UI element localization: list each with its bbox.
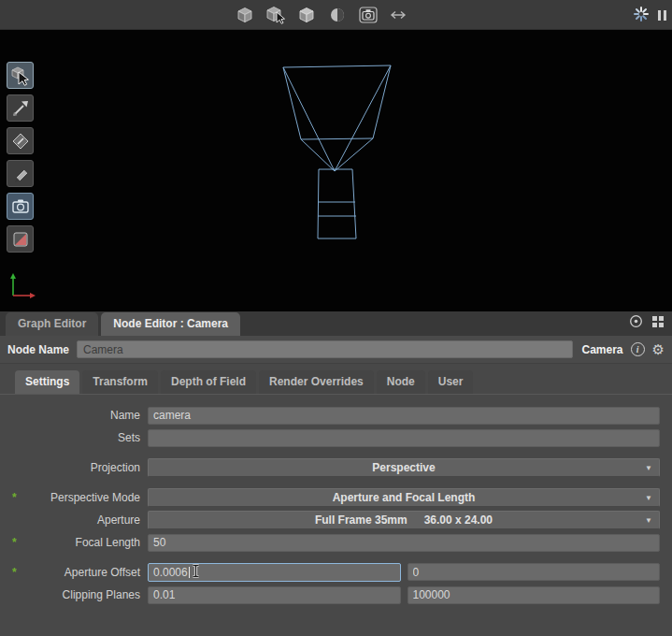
track-tool-button[interactable] [7,94,34,122]
activity-spinner-icon [633,6,650,25]
region-tool-button[interactable] [7,225,34,253]
select-cursor-icon [10,65,31,86]
settings-tabstrip: Settings Transform Depth of Field Render… [0,370,672,395]
region-icon [10,229,31,250]
top-toolbar [0,0,672,30]
name-label: Name [22,409,148,422]
capture-camera-icon[interactable] [357,4,379,26]
tab-transform[interactable]: Transform [82,370,158,394]
settings-form: Name Sets Projection Perspective ▼ [0,395,672,604]
tab-node[interactable]: Node [377,370,425,394]
sphere-shade-icon[interactable] [326,4,349,26]
focal-length-row: * Focal Length [0,533,672,552]
aperture-offset-y-input[interactable] [407,563,661,581]
select-tool-button[interactable] [7,62,34,89]
clipping-far-input[interactable] [407,586,661,604]
info-icon[interactable]: i [631,342,645,356]
camera-tool-button[interactable] [7,193,34,220]
chevron-down-icon: ▼ [645,494,652,502]
playblast-arrow-icon[interactable] [388,4,410,26]
perspective-mode-value: Aperture and Focal Length [333,491,476,504]
sets-row: Sets [0,428,672,447]
focal-length-label: Focal Length [22,536,148,549]
viewport-tool-column [7,62,34,253]
aperture-offset-x-value: 0.0006 [153,566,188,579]
chevron-down-icon: ▼ [645,516,652,525]
text-caret [189,567,190,578]
snap-cube-icon[interactable] [265,4,287,26]
clipping-near-input[interactable] [148,586,401,604]
chevron-down-icon: ▼ [645,464,652,472]
tab-user[interactable]: User [428,370,474,394]
tab-render-overrides[interactable]: Render Overrides [259,370,374,394]
node-name-input[interactable] [77,340,572,358]
clipping-planes-row: Clipping Planes [0,585,672,604]
aperture-row: Aperture Full Frame 35mm 36.00 x 24.00 ▼ [0,511,672,529]
layout-grid-icon[interactable] [651,315,665,331]
aperture-dims: 36.00 x 24.00 [424,513,493,527]
orbit-diamond-icon [10,131,31,152]
perspective-mode-dropdown[interactable]: Aperture and Focal Length ▼ [148,488,660,507]
clipping-planes-label: Clipping Planes [22,588,148,601]
pause-icon[interactable] [658,10,666,21]
panel-tabstrip: Graph Editor Node Editor : Camera [0,311,672,336]
tab-settings[interactable]: Settings [15,370,79,394]
node-type-label: Camera [582,343,623,356]
keyframe-indicator: * [0,566,22,579]
projection-row: Projection Perspective ▼ [0,458,672,477]
perspective-mode-label: Perspective Mode [22,491,148,504]
name-input[interactable] [148,407,660,425]
top-toolbar-right [633,0,666,30]
aperture-label: Aperture [22,513,148,527]
track-pencil-icon [10,98,31,119]
camera-wireframe [0,30,672,311]
aperture-offset-row: * Aperture Offset 0.0006 [0,563,672,582]
projection-value: Perspective [372,461,435,474]
perspective-mode-row: * Perspective Mode Aperture and Focal Le… [0,488,672,507]
sets-input[interactable] [148,429,660,447]
textured-cube-icon[interactable] [295,4,318,26]
panel-strip-icons [629,314,665,331]
tab-node-editor-camera[interactable]: Node Editor : Camera [101,312,240,336]
shaded-cube-icon[interactable] [234,4,256,26]
viewport[interactable] [0,30,672,311]
aperture-offset-x-input[interactable]: 0.0006 [148,563,401,582]
node-name-row: Node Name Camera i ⚙ [0,336,672,364]
draw-tool-button[interactable] [7,160,34,187]
node-editor-panel: Graph Editor Node Editor : Camera [0,311,672,636]
orbit-tool-button[interactable] [7,127,34,154]
gear-icon[interactable]: ⚙ [652,342,665,356]
projection-dropdown[interactable]: Perspective ▼ [148,458,660,477]
sets-label: Sets [22,431,148,444]
record-target-icon[interactable] [629,314,643,331]
application-window: Graph Editor Node Editor : Camera [0,0,672,636]
axis-gizmo [4,266,41,303]
ibeam-cursor-icon [192,564,200,581]
tab-graph-editor[interactable]: Graph Editor [6,312,98,336]
aperture-dropdown[interactable]: Full Frame 35mm 36.00 x 24.00 ▼ [148,511,660,529]
node-name-label: Node Name [7,343,69,356]
draw-pencil-icon [10,164,31,184]
keyframe-indicator: * [0,536,22,549]
tab-depth-of-field[interactable]: Depth of Field [161,370,256,394]
focal-length-input[interactable] [148,534,660,552]
aperture-value: Full Frame 35mm [315,513,407,527]
projection-label: Projection [22,461,148,474]
top-toolbar-icons [234,0,410,30]
aperture-offset-label: Aperture Offset [22,566,148,579]
keyframe-indicator: * [0,491,22,504]
name-row: Name [0,406,672,425]
camera-icon [10,196,31,217]
